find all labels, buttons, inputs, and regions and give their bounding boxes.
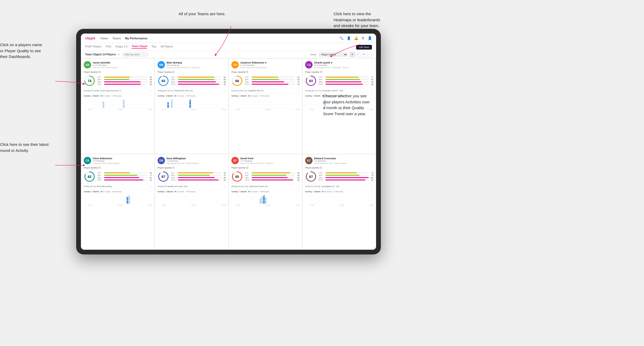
nav-teams[interactable]: Teams	[112, 37, 121, 40]
player-card[interactable]: EC Edward Crossman 1-5 Handicap Sunningd…	[302, 154, 376, 250]
stat-bar-bg	[104, 77, 147, 78]
stat-row: ARG 83	[245, 177, 299, 179]
player-header: AN Aaron Nicholls 11-15 Handicap Drift G…	[84, 61, 152, 69]
activity-section: Activity · 1 Month On course Off course …	[84, 189, 152, 206]
player-name[interactable]: Edward Crossman	[314, 157, 373, 160]
quality-circle[interactable]: 68	[231, 75, 243, 87]
stat-bar-fill	[325, 79, 360, 80]
nav-home[interactable]: Home	[100, 37, 108, 40]
last-round[interactable]: 02 Jul 23 | 59 (+1); Craigmillar Park GC…	[231, 88, 299, 92]
player-header: CQ Charlie Quick ● 6-10 Handicap St. Geo…	[305, 61, 373, 69]
sort-icon[interactable]: ↕	[367, 52, 372, 57]
player-card[interactable]: AN Aaron Nicholls 11-15 Handicap Drift G…	[81, 58, 155, 154]
player-card[interactable]: CR Chris Robertson 1-5 Handicap Craigmil…	[81, 154, 155, 250]
player-handicap: 1-5 Handicap	[240, 160, 299, 162]
activity-section: Activity · 1 Month On course Off course …	[231, 94, 299, 110]
quality-circle[interactable]: 93	[158, 75, 169, 87]
chart-area	[309, 193, 373, 204]
subnav-pgat[interactable]: PGAT Players	[85, 45, 101, 49]
chart-gridline	[88, 197, 152, 197]
quality-circle[interactable]: 87	[305, 171, 317, 182]
grid-view-icon[interactable]: ⊞	[350, 52, 355, 57]
last-round[interactable]: 04 Sep 23 | Mobility with coach, Gym →	[158, 184, 226, 188]
quality-label: Player Quality ⓘ	[231, 166, 299, 169]
last-round[interactable]: 26 Aug 23 | 84 (+12), Royal North Devon …	[231, 184, 299, 188]
search-input[interactable]	[122, 52, 148, 57]
quality-circle[interactable]: 87	[158, 171, 169, 182]
player-card[interactable]: BM Blair McHarg Plus Handicap Royal Nort…	[155, 58, 228, 154]
last-round[interactable]: 02 Sep 23 | Sunset round to get back int…	[84, 88, 152, 92]
stat-row: ARG 81	[97, 177, 152, 179]
stat-value: 80	[370, 79, 373, 81]
legend-dot-off	[112, 95, 113, 97]
chart-grid	[236, 193, 299, 204]
list-view-icon[interactable]: ≡	[356, 52, 360, 57]
legend-dot-off	[186, 95, 187, 97]
player-card[interactable]: DB Dave Billingham 1-5 Handicap Sag Magi…	[155, 154, 228, 250]
subnav-tour[interactable]: Tour	[151, 45, 156, 49]
quality-number: 85	[235, 174, 239, 178]
search-icon[interactable]: 🔍	[339, 36, 344, 40]
subnav-all-players[interactable]: All Players	[161, 45, 173, 49]
stat-bar-bg	[104, 81, 147, 82]
quality-circle[interactable]: 74	[84, 75, 95, 87]
subnav-team-clippd[interactable]: Team Clippd	[132, 45, 147, 49]
player-name[interactable]: Blair McHarg	[167, 61, 226, 64]
chart-wrapper: 6 4 2 0 31 Jul 21 Aug	[158, 193, 226, 206]
chart-date-3: 4 Sep	[369, 204, 373, 206]
last-round-arrow: →	[223, 89, 226, 92]
legend-on-course: On course	[174, 191, 184, 193]
bell-icon[interactable]: 🔔	[354, 36, 358, 40]
activity-legend: On course Off course	[174, 95, 195, 97]
avatar-icon[interactable]: 👤	[368, 36, 372, 40]
quality-circle[interactable]: 83	[305, 75, 317, 87]
user-icon[interactable]: 👤	[347, 36, 351, 40]
player-card[interactable]: DF David Ford 1-5 Handicap Royal North D…	[228, 154, 302, 250]
chart-gridline	[309, 204, 373, 204]
legend-dot-off	[186, 191, 187, 192]
quality-stats: OTT 77 APP 80 ARG 83 PUTT 86	[319, 76, 373, 85]
stat-bar-fill	[325, 81, 361, 82]
filter-icon[interactable]: ▼	[361, 52, 366, 57]
last-round[interactable]: 26 Aug 23 | 73 (+1), Royal North Devon G…	[158, 88, 226, 92]
last-round[interactable]: 18 Jul 23 | 74 (+4), Sunningdale GC - Ol…	[305, 184, 373, 188]
last-round[interactable]: 07 Aug 23 | 77 (+7), St George's Hill GC…	[305, 88, 373, 92]
chart-gridline	[88, 200, 152, 200]
stat-value: 92	[370, 179, 373, 181]
chart-date-2: 21 Aug	[117, 109, 122, 110]
player-name[interactable]: Cameron Robertson ●	[240, 61, 299, 64]
player-name[interactable]: Aaron Nicholls	[93, 61, 152, 64]
brand-logo: clippd	[85, 36, 95, 40]
quality-circle[interactable]: 85	[231, 171, 243, 182]
stat-label: APP	[319, 79, 325, 81]
edit-icon[interactable]: ✏	[118, 53, 120, 56]
add-team-button[interactable]: Add Team	[356, 45, 372, 50]
stat-value: 77	[370, 76, 373, 78]
player-name[interactable]: Dave Billingham	[167, 157, 226, 160]
stat-label: APP	[245, 174, 251, 176]
subnav-hcaps[interactable]: Hcaps 1-5	[116, 45, 128, 49]
quality-circle[interactable]: 82	[84, 171, 95, 182]
player-avatar: CR	[231, 61, 239, 68]
player-card[interactable]: CR Cameron Robertson ● 11-15 Handicap Ro…	[228, 58, 302, 154]
stat-value: 85	[296, 83, 299, 85]
show-select[interactable]: Player Activity Quality Score Trend	[319, 52, 348, 57]
quality-number: 87	[162, 174, 165, 178]
nav-links: Home Teams My Performance	[100, 37, 147, 40]
player-name[interactable]: David Ford	[240, 157, 299, 160]
stat-bar-bg	[325, 84, 369, 85]
subnav-pga[interactable]: PGA	[106, 45, 111, 49]
last-round[interactable]: 03 Mar 23 | 19, Must make putting →	[84, 184, 152, 188]
legend-dot-on	[248, 95, 250, 97]
stat-row: APP 77	[97, 174, 152, 176]
player-name[interactable]: Charlie Quick ●	[314, 61, 373, 64]
chart-y-labels: 6 4 2 0	[154, 193, 155, 206]
player-name[interactable]: Chris Robertson	[93, 157, 152, 160]
stat-bar-fill	[104, 175, 137, 176]
quality-number: 93	[162, 79, 165, 83]
stat-row: OTT 60	[97, 172, 152, 174]
stat-row: PUTT 92	[319, 179, 373, 181]
settings-icon[interactable]: ⚙	[361, 36, 365, 40]
chart-gridline	[88, 104, 152, 105]
nav-my-performance[interactable]: My Performance	[125, 37, 148, 40]
